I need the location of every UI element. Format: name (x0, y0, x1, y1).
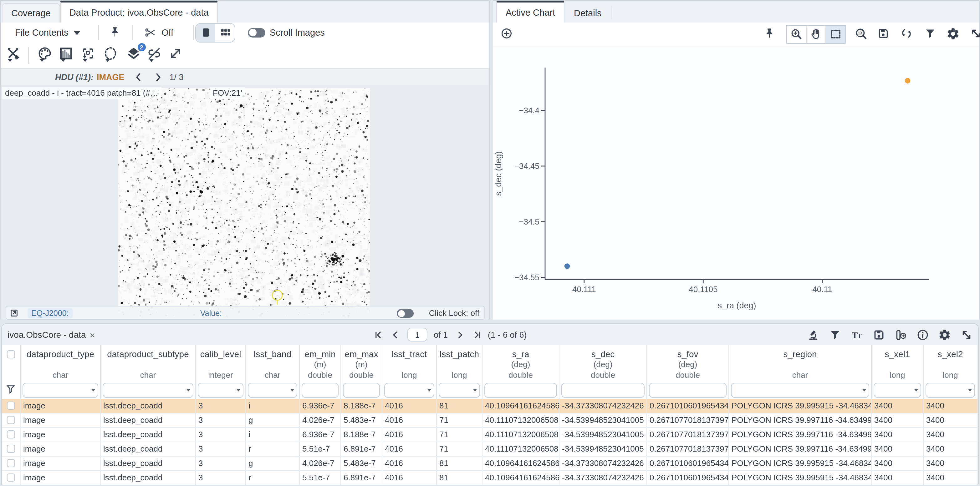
column-header-s_fov[interactable]: s_fov (deg) double (647, 345, 729, 399)
microscope-button[interactable] (807, 328, 820, 341)
file-contents-dropdown[interactable]: File Contents (15, 22, 68, 43)
filter-chart-button[interactable] (924, 27, 937, 40)
table-tab-title[interactable]: ivoa.ObsCore - data × (8, 324, 95, 345)
tools-icon[interactable] (5, 46, 20, 61)
row-checkbox[interactable] (7, 430, 15, 438)
table-row[interactable]: imagelsst.deep_coadd3r5.51e-76.891e-7401… (2, 443, 979, 457)
tab-data-product-label: Data Product: ivoa.ObsCore - data (70, 8, 209, 17)
page-number-input[interactable] (407, 328, 428, 341)
zoom-original-button[interactable]: 1X (854, 27, 868, 41)
fits-image[interactable] (118, 88, 370, 316)
filter-input-lsst_band[interactable] (248, 383, 297, 398)
filter-input-lsst_patch[interactable] (439, 383, 480, 398)
row-checkbox[interactable] (7, 402, 15, 410)
page-of-label: of 1 (434, 330, 448, 339)
row-checkbox[interactable] (7, 459, 15, 467)
column-header-s_xel1[interactable]: s_xel1 long (872, 345, 924, 399)
row-checkbox[interactable] (7, 474, 15, 482)
save-button[interactable] (872, 328, 886, 341)
column-header-s_region[interactable]: s_region char (729, 345, 872, 399)
tab-active-chart[interactable]: Active Chart (496, 1, 565, 22)
pin-chart-button[interactable] (763, 27, 776, 40)
hdu-page-label: 1/ 3 (170, 73, 184, 82)
column-header-dataproduct_subtype[interactable]: dataproduct_subtype char (101, 345, 196, 399)
text-options-button[interactable]: TT (850, 328, 864, 341)
svg-text:−34.5: −34.5 (519, 217, 539, 226)
column-header-em_max[interactable]: em_max (m) double (341, 345, 382, 399)
table-row[interactable]: imagelsst.deep_coadd3i6.936e-78.188e-740… (2, 428, 979, 442)
column-header-lsst_band[interactable]: lsst_band char (246, 345, 300, 399)
table-row[interactable]: imagelsst.deep_coadd3g4.026e-75.483e-740… (2, 457, 979, 471)
add-chart-button[interactable] (500, 27, 513, 40)
column-header-s_dec[interactable]: s_dec (deg) double (560, 345, 647, 399)
column-header-lsst_tract[interactable]: lsst_tract long (382, 345, 437, 399)
add-column-button[interactable] (894, 328, 907, 341)
table-row[interactable]: imagelsst.deep_coadd3r5.51e-76.891e-7401… (2, 471, 979, 485)
filter-input-s_dec[interactable] (562, 383, 644, 398)
dashed-circle-icon[interactable] (102, 46, 118, 61)
restore-chart-button[interactable] (900, 27, 913, 40)
chart-zoom-button[interactable] (787, 25, 807, 43)
prev-page-button[interactable] (390, 330, 400, 339)
filter-button[interactable] (829, 328, 842, 341)
popout-icon[interactable] (10, 308, 19, 318)
svg-text:−34.45: −34.45 (514, 161, 539, 171)
scroll-images-toggle[interactable] (248, 28, 265, 37)
column-header-dataproduct_type[interactable]: dataproduct_type char (21, 345, 101, 399)
scatter-chart[interactable]: 40.11140.110540.11−34.4−34.45−34.5−34.55… (493, 46, 979, 319)
first-page-button[interactable] (374, 330, 383, 339)
hdu-next-button[interactable] (153, 72, 163, 83)
row-checkbox[interactable] (7, 445, 15, 453)
save-chart-button[interactable] (877, 27, 890, 40)
expand-nesw-icon[interactable] (167, 46, 183, 61)
filter-input-em_min[interactable] (302, 383, 339, 398)
single-view-button[interactable] (196, 24, 215, 41)
pin-image-button[interactable] (108, 25, 121, 39)
filter-input-em_max[interactable] (343, 383, 380, 398)
last-page-button[interactable] (472, 330, 482, 339)
unlink-icon[interactable] (146, 46, 162, 61)
grid-view-button[interactable] (215, 24, 235, 41)
layers-icon[interactable]: 2 (126, 46, 141, 61)
chart-settings-button[interactable] (946, 27, 960, 41)
filter-input-dataproduct_subtype[interactable] (103, 383, 193, 398)
filter-input-s_xel2[interactable] (926, 383, 975, 398)
table-row[interactable]: imagelsst.deep_coadd3g4.026e-75.483e-740… (2, 413, 979, 428)
column-header-lsst_patch[interactable]: lsst_patch long (437, 345, 482, 399)
filter-input-s_xel1[interactable] (873, 383, 921, 398)
next-page-button[interactable] (455, 330, 465, 339)
crop-scissors-button[interactable] (144, 26, 156, 39)
gear-button[interactable] (938, 328, 951, 341)
chart-select-button[interactable] (826, 25, 845, 43)
filter-input-s_ra[interactable] (484, 383, 557, 398)
column-header-s_ra[interactable]: s_ra (deg) double (482, 345, 560, 399)
column-header-s_xel2[interactable]: s_xel2 long (924, 345, 977, 399)
filter-input-calib_level[interactable] (198, 383, 243, 398)
table-close-icon[interactable]: × (90, 329, 95, 340)
row-range-label: (1 - 6 of 6) (488, 330, 527, 339)
filter-input-s_region[interactable] (731, 383, 869, 398)
palette-icon[interactable] (37, 46, 52, 61)
table-row[interactable]: imagelsst.deep_coadd3i6.936e-78.188e-740… (2, 399, 979, 413)
expand-nwse-button[interactable] (960, 328, 973, 341)
select-all-checkbox[interactable] (7, 350, 15, 358)
expand-chart-button[interactable] (969, 27, 980, 40)
tab-data-product[interactable]: Data Product: ivoa.ObsCore - data (60, 1, 218, 22)
info-button[interactable] (916, 328, 929, 341)
column-header-em_min[interactable]: em_min (m) double (300, 345, 341, 399)
hdu-prev-button[interactable] (133, 72, 144, 83)
recenter-icon[interactable] (80, 46, 95, 61)
tab-details[interactable]: Details (565, 3, 611, 22)
filter-input-lsst_tract[interactable] (384, 383, 434, 398)
column-header-calib_level[interactable]: calib_level integer (196, 345, 246, 399)
svg-text:40.11: 40.11 (812, 284, 832, 294)
filter-input-dataproduct_type[interactable] (22, 383, 98, 398)
histogram-icon[interactable] (58, 46, 73, 61)
chart-pan-button[interactable] (807, 25, 826, 43)
row-checkbox[interactable] (7, 416, 15, 424)
column-header-cut[interactable] (977, 345, 979, 399)
click-lock-toggle[interactable] (397, 309, 414, 318)
filter-input-s_fov[interactable] (649, 383, 727, 398)
tab-coverage[interactable]: Coverage (2, 3, 60, 22)
hdu-type-label: IMAGE (97, 73, 124, 82)
